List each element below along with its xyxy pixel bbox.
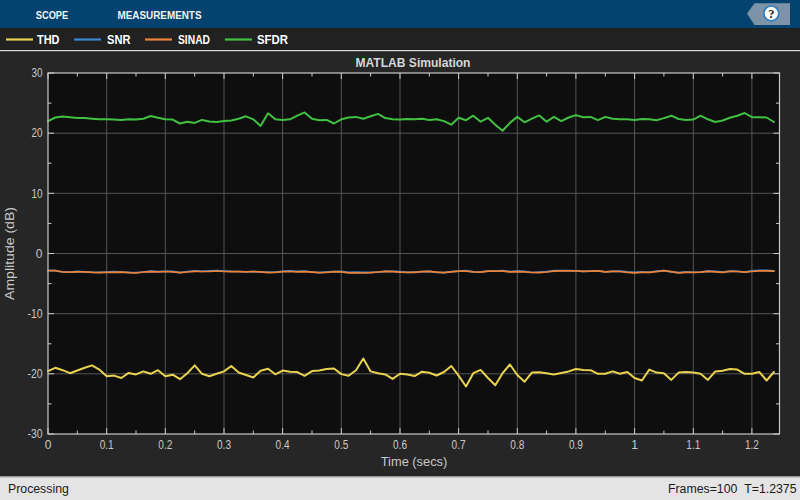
svg-text:Frames=100 T=1.2375: Frames=100 T=1.2375	[668, 482, 797, 496]
svg-text:Time (secs): Time (secs)	[381, 454, 448, 469]
svg-text:THD: THD	[37, 33, 60, 47]
svg-text:0.3: 0.3	[217, 438, 231, 452]
svg-text:1.2: 1.2	[745, 438, 759, 452]
svg-text:SINAD: SINAD	[178, 33, 210, 47]
svg-text:20: 20	[32, 126, 43, 140]
svg-text:0.1: 0.1	[100, 438, 114, 452]
svg-text:Processing: Processing	[8, 482, 69, 496]
svg-text:SFDR: SFDR	[257, 33, 288, 47]
svg-text:1.1: 1.1	[686, 438, 700, 452]
svg-text:1: 1	[631, 438, 638, 452]
svg-text:0.7: 0.7	[452, 438, 466, 452]
svg-text:-30: -30	[28, 427, 43, 441]
svg-text:Amplitude (dB): Amplitude (dB)	[2, 207, 17, 300]
svg-text:0.2: 0.2	[158, 438, 172, 452]
svg-text:-10: -10	[28, 307, 43, 321]
svg-text:0: 0	[36, 247, 43, 261]
svg-text:MEASUREMENTS: MEASUREMENTS	[118, 9, 202, 21]
svg-text:0.9: 0.9	[569, 438, 583, 452]
svg-text:0.5: 0.5	[334, 438, 348, 452]
svg-text:SNR: SNR	[107, 33, 131, 47]
svg-text:-20: -20	[28, 367, 43, 381]
svg-text:10: 10	[32, 187, 43, 201]
svg-text:SCOPE: SCOPE	[36, 9, 69, 21]
svg-text:0.6: 0.6	[393, 438, 407, 452]
svg-text:?: ?	[768, 7, 774, 21]
svg-text:30: 30	[32, 66, 43, 80]
svg-text:0: 0	[45, 438, 52, 452]
svg-text:MATLAB Simulation: MATLAB Simulation	[356, 55, 471, 70]
svg-text:0.4: 0.4	[276, 438, 290, 452]
svg-text:0.8: 0.8	[510, 438, 524, 452]
